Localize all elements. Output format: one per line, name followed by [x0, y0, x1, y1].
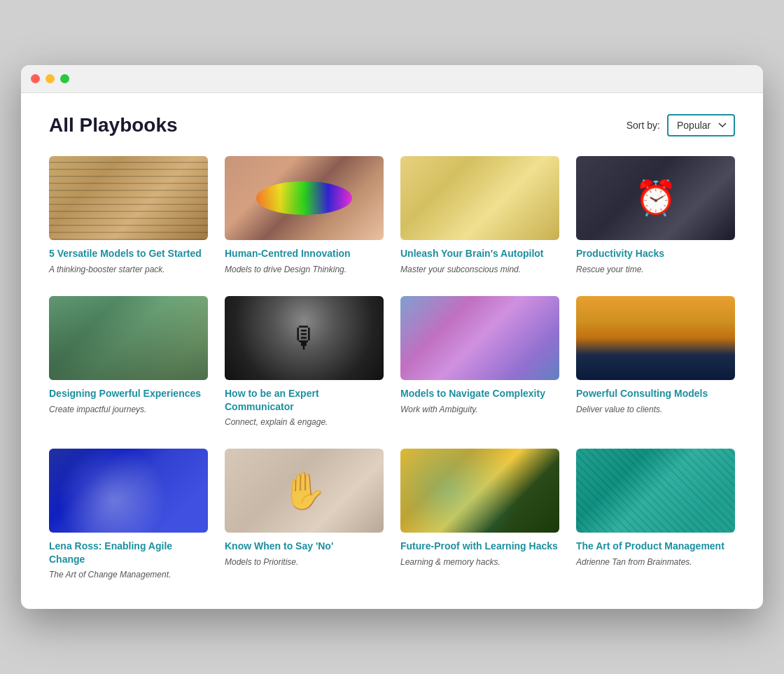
main-content: All Playbooks Sort by: PopularNewestA-Z … [21, 93, 763, 608]
card-desc-future-proof: Learning & memory hacks. [400, 556, 559, 568]
sort-area: Sort by: PopularNewestA-Z [626, 114, 735, 136]
card-desc-say-no: Models to Prioritise. [225, 556, 384, 568]
card-say-no[interactable]: Know When to Say 'No' Models to Prioriti… [225, 449, 384, 580]
close-button[interactable] [31, 74, 40, 83]
card-desc-productivity: Rescue your time. [576, 264, 735, 276]
app-window: All Playbooks Sort by: PopularNewestA-Z … [21, 65, 763, 608]
card-product-management[interactable]: The Art of Product Management Adrienne T… [576, 449, 735, 580]
card-title-say-no: Know When to Say 'No' [225, 540, 384, 552]
card-title-lena-ross: Lena Ross: Enabling Agile Change [49, 540, 208, 565]
sort-label: Sort by: [626, 120, 660, 131]
card-consulting[interactable]: Powerful Consulting Models Deliver value… [576, 296, 735, 428]
card-image-lena-ross [49, 449, 208, 533]
card-title-complexity: Models to Navigate Complexity [400, 387, 559, 400]
card-image-consulting [576, 296, 735, 380]
card-title-productivity: Productivity Hacks [576, 247, 735, 260]
traffic-lights [31, 74, 69, 83]
card-image-say-no [225, 449, 384, 533]
card-human-centred[interactable]: Human-Centred Innovation Models to drive… [225, 156, 384, 275]
title-bar [21, 65, 763, 93]
card-title-product-management: The Art of Product Management [576, 540, 735, 552]
card-productivity[interactable]: Productivity Hacks Rescue your time. [576, 156, 735, 275]
card-title-versatile-models: 5 Versatile Models to Get Started [49, 247, 208, 260]
card-image-product-management [576, 449, 735, 533]
playbooks-grid: 5 Versatile Models to Get Started A thin… [49, 156, 735, 580]
page-title: All Playbooks [49, 114, 178, 136]
card-image-future-proof [400, 449, 559, 533]
card-title-future-proof: Future-Proof with Learning Hacks [400, 540, 559, 552]
minimize-button[interactable] [46, 74, 55, 83]
card-image-communicator [225, 296, 384, 380]
card-communicator[interactable]: How to be an Expert Communicator Connect… [225, 296, 384, 428]
card-desc-autopilot: Master your subconscious mind. [400, 264, 559, 276]
card-future-proof[interactable]: Future-Proof with Learning Hacks Learnin… [400, 449, 559, 580]
card-title-autopilot: Unleash Your Brain's Autopilot [400, 247, 559, 260]
sort-select[interactable]: PopularNewestA-Z [667, 114, 735, 136]
card-desc-human-centred: Models to drive Design Thinking. [225, 264, 384, 276]
card-title-consulting: Powerful Consulting Models [576, 387, 735, 400]
card-image-autopilot [400, 156, 559, 240]
card-complexity[interactable]: Models to Navigate Complexity Work with … [400, 296, 559, 428]
card-desc-versatile-models: A thinking-booster starter pack. [49, 264, 208, 276]
card-image-versatile-models [49, 156, 208, 240]
card-desc-product-management: Adrienne Tan from Brainmates. [576, 556, 735, 568]
card-image-human-centred [225, 156, 384, 240]
page-header: All Playbooks Sort by: PopularNewestA-Z [49, 114, 735, 136]
card-image-experiences [49, 296, 208, 380]
card-title-experiences: Designing Powerful Experiences [49, 387, 208, 400]
card-title-human-centred: Human-Centred Innovation [225, 247, 384, 260]
card-desc-lena-ross: The Art of Change Management. [49, 569, 208, 581]
card-desc-communicator: Connect, explain & engage. [225, 416, 384, 428]
card-desc-complexity: Work with Ambiguity. [400, 404, 559, 416]
card-versatile-models[interactable]: 5 Versatile Models to Get Started A thin… [49, 156, 208, 275]
card-experiences[interactable]: Designing Powerful Experiences Create im… [49, 296, 208, 428]
card-image-productivity [576, 156, 735, 240]
card-lena-ross[interactable]: Lena Ross: Enabling Agile Change The Art… [49, 449, 208, 580]
card-desc-consulting: Deliver value to clients. [576, 404, 735, 416]
card-desc-experiences: Create impactful journeys. [49, 404, 208, 416]
card-title-communicator: How to be an Expert Communicator [225, 387, 384, 412]
card-image-complexity [400, 296, 559, 380]
card-autopilot[interactable]: Unleash Your Brain's Autopilot Master yo… [400, 156, 559, 275]
maximize-button[interactable] [60, 74, 69, 83]
